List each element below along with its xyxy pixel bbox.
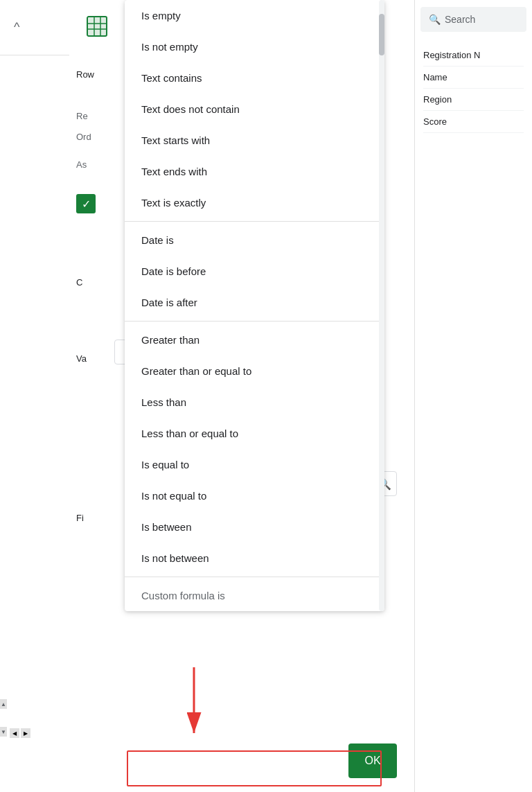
scroll-arrow-up[interactable]: ▲ bbox=[0, 699, 7, 709]
dropdown-item-date-is-before[interactable]: Date is before bbox=[125, 256, 384, 287]
dropdown-item-is-equal-to[interactable]: Is equal to bbox=[125, 449, 384, 480]
dropdown-item-text-ends-with[interactable]: Text ends with bbox=[125, 156, 384, 187]
horizontal-scroll-area: ◀ ▶ bbox=[10, 728, 30, 738]
scroll-right-arrow[interactable]: ▶ bbox=[21, 728, 30, 738]
right-panel-item-score[interactable]: Score bbox=[423, 111, 524, 133]
table-icon bbox=[86, 15, 108, 37]
bg-fi-label: Fi bbox=[76, 513, 84, 523]
red-arrow-annotation bbox=[173, 667, 215, 750]
ok-label: OK bbox=[364, 755, 380, 767]
right-panel-items: Registration N Name Region Score bbox=[415, 39, 532, 139]
right-panel-item-region[interactable]: Region bbox=[423, 89, 524, 111]
green-checkbox[interactable]: ✓ bbox=[76, 194, 96, 213]
dropdown-item-custom-formula[interactable]: Custom formula is bbox=[125, 580, 384, 611]
dropdown-scrollbar[interactable] bbox=[379, 0, 384, 611]
divider-2 bbox=[125, 321, 384, 322]
bg-as-label: As bbox=[76, 159, 87, 170]
dropdown-item-greater-than-or-equal[interactable]: Greater than or equal to bbox=[125, 355, 384, 387]
dropdown-item-is-empty[interactable]: Is empty bbox=[125, 0, 384, 31]
table-icon-area bbox=[83, 12, 111, 40]
dropdown-item-greater-than[interactable]: Greater than bbox=[125, 324, 384, 355]
right-panel: 🔍 Search Registration N Name Region Scor… bbox=[414, 0, 532, 792]
search-label: Search bbox=[445, 14, 475, 25]
dropdown-item-is-not-empty[interactable]: Is not empty bbox=[125, 31, 384, 62]
search-bar[interactable]: 🔍 Search bbox=[420, 7, 526, 32]
scroll-left-arrow[interactable]: ◀ bbox=[10, 728, 19, 738]
dropdown-item-is-not-equal-to[interactable]: Is not equal to bbox=[125, 480, 384, 511]
svg-rect-0 bbox=[87, 17, 107, 36]
divider-1 bbox=[125, 221, 384, 222]
dropdown-item-is-not-between[interactable]: Is not between bbox=[125, 543, 384, 574]
bg-row-label: Row bbox=[76, 69, 94, 80]
right-panel-item-registration[interactable]: Registration N bbox=[423, 44, 524, 67]
bg-ord-label: Ord bbox=[76, 132, 91, 142]
divider-3 bbox=[125, 577, 384, 577]
check-icon: ✓ bbox=[82, 197, 91, 211]
bg-re-label: Re bbox=[76, 111, 88, 121]
search-icon: 🔍 bbox=[429, 14, 441, 25]
dropdown-scrollbar-thumb bbox=[379, 14, 384, 55]
dropdown-item-date-is[interactable]: Date is bbox=[125, 225, 384, 256]
dropdown-item-date-is-after[interactable]: Date is after bbox=[125, 287, 384, 318]
scroll-arrow-down[interactable]: ▼ bbox=[0, 727, 7, 737]
dropdown-item-text-contains[interactable]: Text contains bbox=[125, 62, 384, 94]
dropdown-item-text-is-exactly[interactable]: Text is exactly bbox=[125, 187, 384, 218]
top-bar: ^ bbox=[0, 0, 69, 55]
dropdown-item-less-than-or-equal[interactable]: Less than or equal to bbox=[125, 418, 384, 449]
collapse-icon[interactable]: ^ bbox=[14, 20, 19, 35]
dropdown-item-text-does-not-contain[interactable]: Text does not contain bbox=[125, 94, 384, 125]
dropdown-item-less-than[interactable]: Less than bbox=[125, 387, 384, 418]
right-panel-item-name[interactable]: Name bbox=[423, 67, 524, 89]
dropdown-menu: Is empty Is not empty Text contains Text… bbox=[125, 0, 384, 611]
dropdown-item-is-between[interactable]: Is between bbox=[125, 511, 384, 543]
dropdown-item-text-starts-with[interactable]: Text starts with bbox=[125, 125, 384, 156]
ok-button[interactable]: OK bbox=[348, 743, 397, 778]
bg-va-label: Va bbox=[76, 353, 87, 364]
bg-c-label: C bbox=[76, 277, 82, 288]
